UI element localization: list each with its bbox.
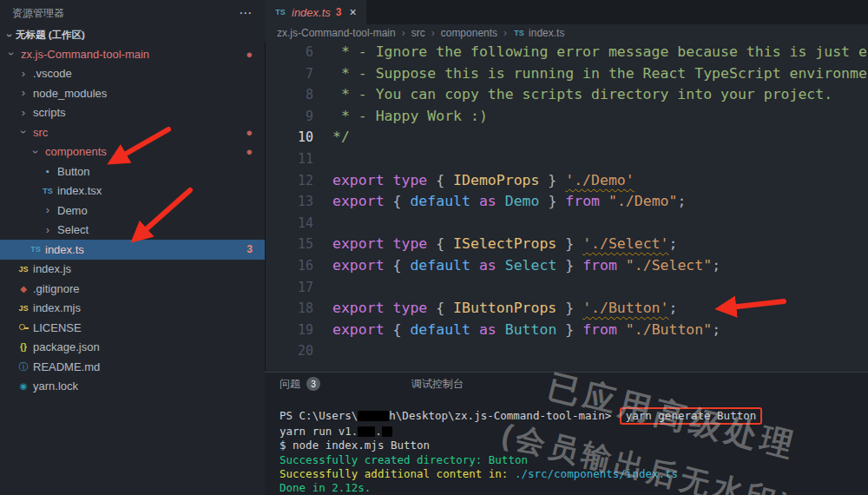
code-line[interactable]: 13export { default as Demo } from "./Dem… <box>265 191 868 213</box>
ts-icon: TS <box>274 8 286 16</box>
line-number[interactable]: 12 <box>265 170 332 192</box>
line-number[interactable]: 13 <box>265 191 332 213</box>
panel-tab-label: 调试控制台 <box>411 377 464 392</box>
tree-item-Select[interactable]: ›Select <box>0 221 265 241</box>
line-number[interactable]: 15 <box>265 234 332 255</box>
js-icon: JS <box>17 265 30 274</box>
token: "./Demo" <box>608 193 677 209</box>
code-line[interactable]: 15export type { ISelectProps } './Select… <box>265 234 868 255</box>
chevron-icon[interactable]: › <box>30 146 42 158</box>
token: default <box>410 321 470 338</box>
line-number[interactable]: 14 <box>265 213 332 234</box>
tree-item-Button[interactable]: ▪Button <box>0 162 265 182</box>
chevron-icon[interactable]: › <box>42 204 54 216</box>
token <box>496 193 505 209</box>
terminal-text: h\Desktop\zx.js-Command-tool-main> <box>389 409 617 422</box>
code-line[interactable]: 8 * - You can copy the scripts directory… <box>265 84 868 106</box>
breadcrumb-separator-icon: › <box>503 27 507 39</box>
token: as <box>479 193 496 209</box>
breadcrumb-item[interactable]: src <box>411 27 425 39</box>
tree-item-components[interactable]: ›components● <box>0 142 265 162</box>
chevron-icon[interactable]: › <box>42 224 54 236</box>
breadcrumb-label: zx.js-Command-tool-main <box>277 27 396 39</box>
chevron-icon[interactable]: › <box>17 68 30 80</box>
code-line[interactable]: 14 <box>265 213 868 234</box>
code-text: * - Suppose this is running in the React… <box>332 63 867 85</box>
highlighted-command: yarn generate Button <box>620 407 763 425</box>
code-line[interactable]: 6 * - Ignore the following error message… <box>265 42 868 63</box>
tree-item-label: index.ts <box>45 243 84 256</box>
line-number[interactable]: 6 <box>265 42 332 63</box>
code-line[interactable]: 19export { default as Button } from "./B… <box>265 320 868 341</box>
code-line[interactable]: 11 <box>265 148 868 170</box>
tree-item-index.js[interactable]: JSindex.js <box>0 260 265 280</box>
code-line[interactable]: 20 <box>265 340 868 362</box>
token: ; <box>668 300 677 316</box>
tree-item-src[interactable]: ›src● <box>0 122 265 142</box>
tree-item-yarn.lock[interactable]: ◉yarn.lock <box>0 377 265 397</box>
line-number[interactable]: 9 <box>265 106 332 128</box>
terminal-text: ./src/components/index.ts <box>515 467 678 480</box>
tree-item-scripts[interactable]: ›scripts <box>0 103 265 123</box>
tree-item-index.ts[interactable]: TSindex.ts3 <box>0 240 265 260</box>
code-editor[interactable]: 6 * - Ignore the following error message… <box>265 42 868 366</box>
code-line[interactable]: 12export type { IDemoProps } './Demo' <box>265 170 868 192</box>
tree-item-label: package.json <box>33 340 100 353</box>
chevron-icon[interactable]: › <box>17 126 30 138</box>
code-line[interactable]: 10*/ <box>265 127 868 148</box>
breadcrumb-item[interactable]: components <box>441 27 497 39</box>
line-number[interactable]: 18 <box>265 298 332 320</box>
line-number[interactable]: 17 <box>265 277 332 299</box>
tab-label: index.ts <box>292 6 331 19</box>
breadcrumb-item[interactable]: TSindex.ts <box>513 27 564 39</box>
info-icon: ⓘ <box>17 360 30 373</box>
code-line[interactable]: 7 * - Suppose this is running in the Rea… <box>265 63 868 85</box>
tree-item-.gitignore[interactable]: ◆.gitignore <box>0 279 265 299</box>
token: { <box>436 172 453 188</box>
line-number[interactable]: 11 <box>265 148 332 170</box>
tree-item-node_modules[interactable]: ›node_modules <box>0 83 265 103</box>
token: IDemoProps <box>453 172 539 188</box>
tree-item-index.tsx[interactable]: TSindex.tsx <box>0 182 265 201</box>
breadcrumb-separator-icon: › <box>402 27 405 39</box>
tree-item-package.json[interactable]: {}package.json <box>0 338 265 358</box>
token: export <box>332 193 393 209</box>
workspace-label: 无标题 (工作区) <box>16 29 85 42</box>
tree-item-.vscode[interactable]: ›.vscode <box>0 64 265 84</box>
ts-icon: TS <box>513 29 525 37</box>
line-number[interactable]: 20 <box>265 340 332 362</box>
code-text: export { default as Demo } from "./Demo"… <box>332 191 686 213</box>
terminal-text: yarn run v1. <box>279 425 358 438</box>
panel-tab-问题[interactable]: 问题3 <box>279 377 320 392</box>
line-number[interactable]: 16 <box>265 255 332 277</box>
tree-item-index.mjs[interactable]: JSindex.mjs <box>0 299 265 319</box>
line-number[interactable]: 7 <box>265 63 332 85</box>
code-line[interactable]: 17 <box>265 277 868 299</box>
tab-index-ts[interactable]: TS index.ts 3 × <box>265 0 366 24</box>
breadcrumb: zx.js-Command-tool-main›src›components›T… <box>265 24 868 42</box>
line-number[interactable]: 10 <box>265 127 332 148</box>
chevron-icon[interactable]: › <box>17 107 30 119</box>
chevron-icon[interactable]: › <box>5 48 17 60</box>
terminal-output[interactable]: PS C:\Users\h\Desktop\zx.js-Command-tool… <box>265 395 868 495</box>
tree-item-zx.js-Command-tool-main[interactable]: ›zx.js-Command-tool-main● <box>0 44 265 64</box>
code-line[interactable]: 16export { default as Select } from "./S… <box>265 255 868 277</box>
breadcrumb-item[interactable]: zx.js-Command-tool-main <box>277 27 396 39</box>
tree-item-README.md[interactable]: ⓘREADME.md <box>0 357 265 377</box>
workspace-section-header[interactable]: › 无标题 (工作区) <box>0 26 265 44</box>
line-number[interactable]: 19 <box>265 320 332 341</box>
token: './Button' <box>582 300 668 316</box>
token: * - Suppose this is running in the React… <box>332 65 867 82</box>
token: as <box>479 257 496 274</box>
code-line[interactable]: 18export type { IButtonProps } './Button… <box>265 298 868 320</box>
close-icon[interactable]: × <box>350 5 357 19</box>
terminal-text: . <box>375 425 382 438</box>
panel-tab-调试控制台[interactable]: 调试控制台 <box>411 377 464 392</box>
tree-item-LICENSE[interactable]: LICENSE <box>0 318 265 338</box>
chevron-icon[interactable]: › <box>17 87 30 99</box>
code-line[interactable]: 9 * - Happy Work :) <box>265 106 868 128</box>
line-number[interactable]: 8 <box>265 84 332 106</box>
tree-item-Demo[interactable]: ›Demo <box>0 201 265 221</box>
more-actions-icon[interactable]: ⋯ <box>239 5 253 21</box>
token <box>600 193 608 209</box>
